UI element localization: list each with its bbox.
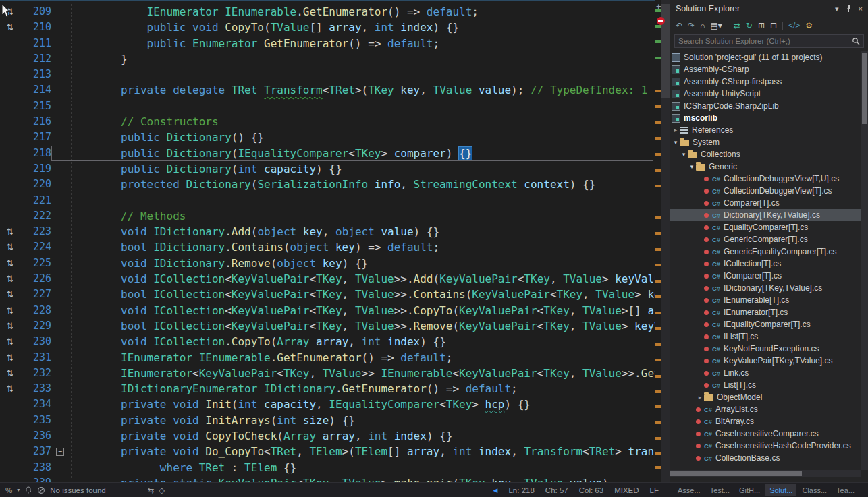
zoom-percent[interactable]: % — [5, 486, 12, 494]
code-line-216[interactable]: 216 // Constructors — [0, 114, 670, 129]
tree-item-assembly-unityscript[interactable]: Assembly-UnityScript — [670, 88, 861, 100]
line-number[interactable]: 236 — [20, 428, 51, 444]
code-line-235[interactable]: 235 private void InitArrays(int size) {} — [0, 413, 670, 428]
chevron-down-icon[interactable]: ▾ — [17, 487, 20, 493]
line-number[interactable]: 210 — [20, 20, 51, 35]
line-number[interactable]: 217 — [20, 129, 51, 145]
code-line-224[interactable]: ⇅224 bool IDictionary.Contains(object ke… — [0, 239, 670, 255]
tree-item-equalitycomparer-t-cs[interactable]: C#EqualityComparer[T].cs — [670, 221, 861, 233]
search-icon[interactable] — [852, 37, 860, 45]
code-line-231[interactable]: ⇅231 IEnumerator IEnumerable.GetEnumerat… — [0, 350, 670, 366]
implements-icon[interactable]: ⇅ — [0, 271, 20, 287]
search-input[interactable] — [678, 37, 852, 45]
eol-indicator[interactable]: LF — [650, 486, 659, 494]
line-number[interactable]: 213 — [20, 67, 51, 82]
line-number[interactable]: 218 — [20, 146, 51, 161]
tree-vertical-scrollbar-thumb[interactable] — [862, 53, 867, 124]
code-line-211[interactable]: 211 public Enumerator GetEnumerator() =>… — [0, 36, 670, 51]
code-line-210[interactable]: ⇅210 public void CopyTo(TValue[] array, … — [0, 20, 670, 35]
tree-item-genericcomparer-t-cs[interactable]: C#GenericComparer[T].cs — [670, 233, 861, 245]
line-number[interactable]: 225 — [20, 256, 51, 271]
tree-item-genericequalitycomparer-t-cs[interactable]: C#GenericEqualityComparer[T].cs — [670, 245, 861, 258]
implements-icon[interactable]: ⇅ — [0, 366, 20, 381]
collapse-all-icon[interactable]: ⊟ — [770, 22, 777, 30]
tree-item-ienumerator-t-cs[interactable]: C#IEnumerator[T].cs — [670, 306, 861, 318]
code-line-222[interactable]: 222 // Methods — [0, 208, 670, 224]
search-box[interactable] — [674, 34, 864, 48]
code-line-229[interactable]: ⇅229 bool ICollection<KeyValuePair<TKey,… — [0, 318, 670, 334]
tree-item-icsharpcode-sharpziplib[interactable]: ICSharpCode.SharpZipLib — [670, 100, 861, 112]
code-line-213[interactable]: 213 — [0, 67, 670, 82]
line-number[interactable]: 239 — [20, 475, 51, 482]
tree-item-ilist-t-cs[interactable]: C#IList[T].cs — [670, 330, 861, 343]
switch-views-icon[interactable]: ▤▾ — [710, 22, 722, 30]
line-number[interactable]: 221 — [20, 193, 51, 208]
implements-icon[interactable]: ⇅ — [0, 334, 20, 349]
close-icon[interactable]: × — [859, 5, 863, 13]
no-issues-icon[interactable] — [37, 486, 45, 494]
forward-icon[interactable]: ↷ — [688, 22, 695, 30]
line-number[interactable]: 224 — [20, 239, 51, 255]
implements-icon[interactable]: ⇅ — [0, 224, 20, 239]
diff-icon[interactable]: ◇ — [159, 486, 165, 495]
code-line-233[interactable]: ⇅233 IDictionaryEnumerator IDictionary.G… — [0, 381, 670, 397]
line-number[interactable]: 227 — [20, 287, 51, 302]
implements-icon[interactable]: ⇅ — [0, 318, 20, 334]
panel-tab-test[interactable]: Test... — [706, 484, 734, 496]
code-line-225[interactable]: ⇅225 void IDictionary.Remove(object key)… — [0, 256, 670, 271]
tree-item-solution-project-gui-11-of-11-projects[interactable]: Solution 'project-gui' (11 of 11 project… — [670, 51, 861, 63]
code-line-223[interactable]: ⇅223 void IDictionary.Add(object key, ob… — [0, 224, 670, 239]
expand-arrow-icon[interactable]: ▾ — [680, 151, 688, 158]
code-line-212[interactable]: 212 } — [0, 51, 670, 67]
tree-horizontal-scrollbar[interactable] — [670, 470, 861, 477]
implements-icon[interactable]: ⇅ — [0, 381, 20, 397]
tree-item-collections[interactable]: ▾Collections — [670, 148, 861, 160]
char-indicator[interactable]: Ch: 57 — [545, 486, 568, 494]
tree-item-link-cs[interactable]: C#Link.cs — [670, 367, 861, 379]
line-number[interactable]: 214 — [20, 82, 51, 98]
code-line-239[interactable]: 239 private static KeyValuePair<TKey, TV… — [0, 475, 670, 482]
code-line-230[interactable]: ⇅230 void ICollection.CopyTo(Array array… — [0, 334, 670, 349]
tree-item-mscorlib[interactable]: mscorlib — [670, 112, 861, 124]
panel-tab-class[interactable]: Class... — [798, 484, 831, 496]
code-editor[interactable]: ⇅209 IEnumerator IEnumerable.GetEnumerat… — [0, 0, 670, 482]
code-line-228[interactable]: ⇅228 void ICollection<KeyValuePair<TKey,… — [0, 303, 670, 318]
line-number[interactable]: 216 — [20, 114, 51, 129]
fold-collapse-icon[interactable]: − — [51, 448, 69, 456]
code-line-217[interactable]: 217 public Dictionary() {} — [0, 129, 670, 145]
implements-icon[interactable]: ⇅ — [0, 256, 20, 271]
tree-item-assembly-csharp[interactable]: Assembly-CSharp — [670, 63, 861, 76]
implements-icon[interactable]: ⇅ — [0, 239, 20, 255]
line-number[interactable]: 232 — [20, 366, 51, 381]
line-number[interactable]: 226 — [20, 271, 51, 287]
code-line-238[interactable]: 238 where TRet : TElem {} — [0, 460, 670, 475]
code-line-218[interactable]: 218 public Dictionary(IEqualityComparer<… — [0, 146, 670, 161]
home-icon[interactable]: ⌂ — [700, 22, 705, 30]
tree-item-idictionary-tkey-tvalue-cs[interactable]: C#IDictionary[TKey,TValue].cs — [670, 282, 861, 294]
tree-item-generic[interactable]: ▾Generic — [670, 160, 861, 173]
tree-item-list-t-cs[interactable]: C#List[T].cs — [670, 379, 861, 391]
line-number[interactable]: 234 — [20, 397, 51, 412]
nest-files-icon[interactable]: ⊞ — [758, 22, 765, 30]
line-indicator[interactable]: Ln: 218 — [508, 486, 534, 494]
tree-item-assembly-csharp-firstpass[interactable]: Assembly-CSharp-firstpass — [670, 76, 861, 88]
sync-active-document-icon[interactable]: ⇄ — [734, 22, 740, 30]
line-number[interactable]: 235 — [20, 413, 51, 428]
line-number[interactable]: 238 — [20, 460, 51, 475]
pin-icon[interactable] — [845, 5, 852, 13]
code-line-215[interactable]: 215 — [0, 98, 670, 114]
line-number[interactable]: 231 — [20, 350, 51, 366]
tree-item-collectiondebuggerview-t-cs[interactable]: C#CollectionDebuggerView[T].cs — [670, 185, 861, 197]
bell-icon[interactable] — [24, 486, 32, 494]
tree-item-objectmodel[interactable]: ▸ObjectModel — [670, 391, 861, 403]
panel-tab-gith[interactable]: GitH... — [735, 484, 764, 496]
line-number[interactable]: 230 — [20, 334, 51, 349]
properties-icon[interactable]: ⚙ — [805, 22, 813, 30]
code-line-234[interactable]: 234 private void Init(int capacity, IEqu… — [0, 397, 670, 412]
code-line-219[interactable]: 219 public Dictionary(int capacity) {} — [0, 161, 670, 177]
code-line-236[interactable]: 236 private void CopyToCheck(Array array… — [0, 428, 670, 444]
tree-horizontal-scrollbar-thumb[interactable] — [670, 471, 802, 476]
code-lines[interactable]: ⇅209 IEnumerator IEnumerable.GetEnumerat… — [0, 4, 670, 482]
tree-item-system[interactable]: ▾System — [670, 136, 861, 148]
code-view-icon[interactable]: </> — [788, 22, 800, 30]
